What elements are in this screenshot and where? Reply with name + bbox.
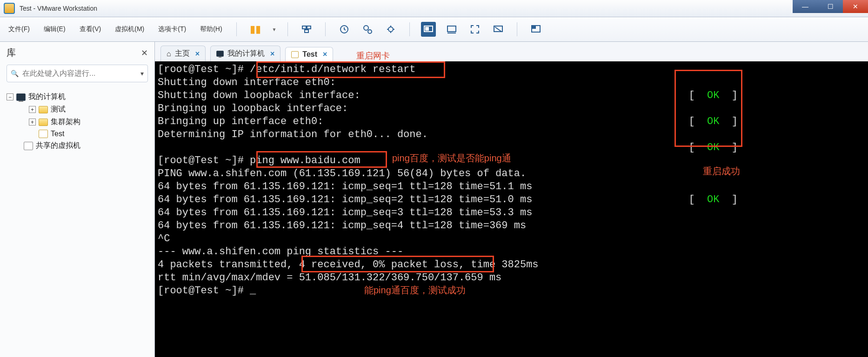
menu-tabs[interactable]: 选项卡(T) xyxy=(155,23,189,35)
shared-icon xyxy=(24,142,33,150)
tab-close-icon[interactable]: × xyxy=(323,50,327,59)
menu-vm[interactable]: 虚拟机(M) xyxy=(112,23,147,35)
fit-guest-button[interactable] xyxy=(421,22,436,37)
main-area: ⌂ 主页 × 我的计算机 × Test × 重启网卡 [root@Test ~]… xyxy=(155,42,868,357)
tab-label: 主页 xyxy=(175,49,190,59)
tab-bar: ⌂ 主页 × 我的计算机 × Test × 重启网卡 xyxy=(155,42,868,61)
unity-button[interactable] xyxy=(491,22,506,37)
search-dropdown-icon[interactable]: ▾ xyxy=(140,70,144,77)
snapshot-manager-button[interactable] xyxy=(360,22,375,37)
svg-rect-9 xyxy=(447,26,456,32)
tree-item-shared[interactable]: 共享的虚拟机 xyxy=(10,139,152,152)
expand-icon[interactable]: + xyxy=(29,119,36,126)
tree-item-label: 共享的虚拟机 xyxy=(36,141,80,151)
home-icon: ⌂ xyxy=(167,50,171,58)
tab-home[interactable]: ⌂ 主页 × xyxy=(160,46,206,61)
tab-test[interactable]: Test × xyxy=(285,47,333,61)
menu-bar: 文件(F) 编辑(E) 查看(V) 虚拟机(M) 选项卡(T) 帮助(H) ▮▮… xyxy=(0,17,868,42)
svg-point-5 xyxy=(368,30,372,33)
svg-point-6 xyxy=(388,27,393,32)
minimize-button[interactable]: — xyxy=(793,0,818,13)
tree-root[interactable]: − 我的计算机 xyxy=(3,91,152,103)
ok-status-column: [ OK ] [ OK ] [ OK ] [ OK ] xyxy=(688,76,738,206)
menu-edit[interactable]: 编辑(E) xyxy=(41,23,68,35)
fullscreen-button[interactable] xyxy=(467,22,482,37)
tree-item-label: 集群架构 xyxy=(51,117,80,127)
sidebar-title: 库 xyxy=(7,46,16,59)
tab-close-icon[interactable]: × xyxy=(195,50,200,58)
folder-icon xyxy=(39,119,48,126)
vm-terminal[interactable]: [root@Test ~]# /etc/init.d/network resta… xyxy=(155,61,868,357)
tree-item-test-folder[interactable]: + 测试 xyxy=(25,103,152,116)
title-bar: Test - VMware Workstation — ☐ ✕ xyxy=(0,0,868,17)
snapshot-button[interactable] xyxy=(337,22,352,37)
search-icon: 🔍 xyxy=(11,70,19,77)
tree-root-label: 我的计算机 xyxy=(28,92,66,102)
vm-icon xyxy=(39,130,48,138)
revert-snapshot-button[interactable] xyxy=(383,22,398,37)
send-ctrl-alt-del-button[interactable] xyxy=(299,22,314,37)
tab-label: Test xyxy=(302,50,317,59)
tree-item-test-vm[interactable]: Test xyxy=(25,128,152,139)
window-title: Test - VMware Workstation xyxy=(20,5,97,12)
annotation-ping-baidu: ping百度，测试是否能ping通 xyxy=(392,152,511,165)
console-view-button[interactable] xyxy=(444,22,459,37)
svg-rect-14 xyxy=(533,26,535,28)
tab-mypc[interactable]: 我的计算机 × xyxy=(210,46,280,61)
tree-item-label: 测试 xyxy=(51,105,66,114)
menu-file[interactable]: 文件(F) xyxy=(6,23,33,35)
svg-point-4 xyxy=(364,26,368,30)
tree-item-cluster-folder[interactable]: + 集群架构 xyxy=(25,116,152,128)
close-button[interactable]: ✕ xyxy=(843,0,868,13)
sidebar-search[interactable]: 🔍 ▾ xyxy=(7,65,148,82)
annotation-ping-ok: 能ping通百度，测试成功 xyxy=(364,284,466,297)
vm-icon xyxy=(291,51,299,58)
computer-icon xyxy=(216,51,224,57)
svg-rect-1 xyxy=(307,26,311,29)
menu-help[interactable]: 帮助(H) xyxy=(197,23,225,35)
annotation-restart-ok: 重启成功 xyxy=(703,165,740,178)
computer-icon xyxy=(16,93,26,101)
pause-button[interactable]: ▮▮ xyxy=(248,22,263,37)
maximize-button[interactable]: ☐ xyxy=(818,0,843,13)
library-button[interactable] xyxy=(528,22,543,37)
tab-label: 我的计算机 xyxy=(227,49,265,59)
expand-icon[interactable]: + xyxy=(29,106,36,113)
window-controls: — ☐ ✕ xyxy=(793,0,868,13)
svg-line-12 xyxy=(495,27,501,32)
app-icon xyxy=(4,3,15,14)
folder-icon xyxy=(39,106,48,113)
menu-view[interactable]: 查看(V) xyxy=(77,23,104,35)
search-input[interactable] xyxy=(21,69,138,78)
tree-item-label: Test xyxy=(51,130,64,138)
svg-rect-8 xyxy=(426,27,428,30)
pause-dropdown-icon[interactable]: ▼ xyxy=(272,27,277,32)
sidebar: 库 ✕ 🔍 ▾ − 我的计算机 + 测试 + 集群架构 xyxy=(0,42,155,357)
annotation-restart-nic: 重启网卡 xyxy=(356,50,390,61)
collapse-icon[interactable]: − xyxy=(7,93,13,100)
svg-rect-2 xyxy=(305,30,308,33)
sidebar-close-icon[interactable]: ✕ xyxy=(141,48,148,58)
library-tree: − 我的计算机 + 测试 + 集群架构 Test xyxy=(3,91,152,152)
svg-rect-0 xyxy=(302,26,306,29)
tab-close-icon[interactable]: × xyxy=(270,50,274,58)
